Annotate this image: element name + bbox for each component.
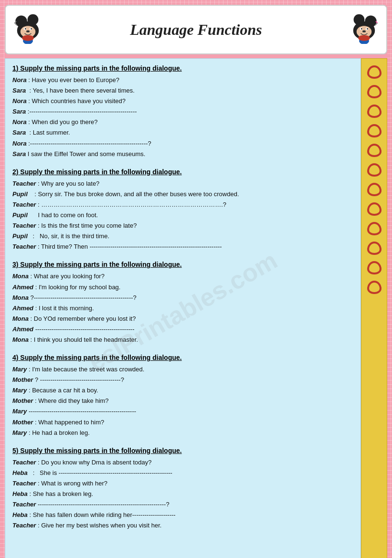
q3-line-4: Ahmed : I lost it this morning. [12,303,353,314]
q1-line-2: Sara : Yes, I have been there several ti… [12,85,353,96]
page-title: Language Functions [49,21,343,39]
mickey-left-decoration [11,13,49,46]
question-4: 4) Supply the missing parts in the follo… [12,354,353,438]
q5-line-1: Teacher : Do you know why Dma is absent … [12,457,353,468]
q1-line-6: Sara : Last summer. [12,127,353,138]
q5-line-7: Teacher : Give her my best wishes when y… [12,520,353,531]
page-wrapper: Language Functions [5,5,387,558]
q3-line-6: Ahmed ----------------------------------… [12,324,353,335]
question-3: 3) Supply the missing parts in the follo… [12,261,353,345]
svg-point-21 [362,30,366,32]
question-1: 1) Supply the missing parts in the follo… [12,64,353,159]
q4-line-1: Mary : I'm late because the street was c… [12,364,353,375]
q4-line-3: Mary : Because a car hit a boy. [12,385,353,396]
right-sidebar [361,58,387,558]
q1-line-3: Nora : Which countries have you visited? [12,96,353,106]
q1-line-8: Sara I saw the Eiffel Tower and some mus… [12,149,353,159]
q2-line-5: Teacher : Is this the first time you com… [12,221,353,231]
q3-line-3: Mona ?----------------------------------… [12,293,353,303]
q1-line-4: Sara :----------------------------------… [12,106,353,117]
svg-point-6 [25,28,26,30]
content-area: eslPrintables.com 1) Supply the missing … [5,58,361,558]
q4-line-6: Mother : What happened to him? [12,417,353,428]
q3-heading: 3) Supply the missing parts in the follo… [12,261,353,268]
q5-line-2: Heba : She is --------------------------… [12,468,353,478]
q5-line-3: Teacher : What is wrong with her? [12,478,353,489]
q2-line-6: Pupil : No, sir, it is the third time. [12,231,353,242]
ring-6 [367,163,381,177]
q1-line-5: Nora : When did you go there? [12,117,353,127]
q4-heading: 4) Supply the missing parts in the follo… [12,354,353,361]
q2-line-7: Teacher : Third time? Then -------------… [12,242,353,252]
q3-line-5: Mona : Do YOd remember where you lost it… [12,314,353,324]
q2-line-2: Pupil : Sorry sir. The bus broke down, a… [12,189,353,200]
q5-line-6: Heba : She has fallen down while riding … [12,510,353,520]
ring-5 [367,144,381,157]
q1-heading: 1) Supply the missing parts in the follo… [12,64,353,72]
q2-line-4: Pupil I had to come on foot. [12,210,353,221]
q3-line-1: Mona : What are you looking for? [12,271,353,282]
svg-point-20 [367,28,368,30]
question-5: 5) Supply the missing parts in the follo… [12,447,353,531]
ring-9 [367,222,381,235]
q5-line-4: Heba : She has a broken leg. [12,489,353,499]
mickey-right-decoration [343,13,381,46]
ring-12 [367,281,381,294]
q5-line-5: Teacher --------------------------------… [12,499,353,510]
main-content: eslPrintables.com 1) Supply the missing … [5,58,387,558]
q1-line-7: Nora :----------------------------------… [12,138,353,149]
ring-3 [367,105,381,118]
svg-point-12 [22,35,34,41]
header: Language Functions [5,5,387,54]
svg-point-23 [358,35,370,41]
ring-11 [367,261,381,274]
question-2: 2) Supply the missing parts in the follo… [12,168,353,253]
q1-line-1: Nora : Have you ever been to Europe? [12,75,353,85]
q3-line-2: Ahmed : I'm looking for my school bag. [12,282,353,293]
svg-point-19 [361,28,362,30]
ring-1 [367,65,381,79]
q3-line-7: Mona : I think you should tell the headm… [12,335,353,345]
ring-7 [367,183,381,196]
q4-line-5: Mary -----------------------------------… [12,406,353,417]
ring-2 [367,85,381,98]
q2-heading: 2) Supply the missing parts in the follo… [12,168,353,176]
q2-line-3: Teacher : …………………………………………………………………………….… [12,200,353,210]
ring-8 [367,202,381,216]
q4-line-2: Mother ? -------------------------------… [12,375,353,385]
q5-heading: 5) Supply the missing parts in the follo… [12,447,353,454]
q4-line-4: Mother : Where did they take him? [12,396,353,406]
q4-line-7: Mary : He had a broken leg. [12,428,353,438]
svg-point-8 [26,30,30,32]
ring-10 [367,242,381,255]
ring-4 [367,124,381,137]
svg-point-7 [31,28,32,30]
q2-line-1: Teacher : Why are you so late? [12,179,353,189]
